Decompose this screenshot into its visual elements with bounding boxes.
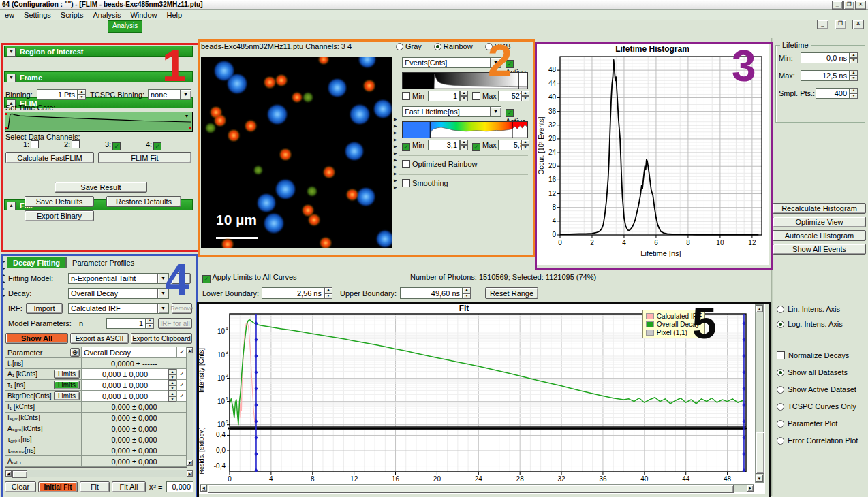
events-max-spinner[interactable]: ▲▼ [521, 91, 529, 101]
error-correlation-plot-radio[interactable]: Error Correlation Plot [777, 436, 858, 445]
minimize-button[interactable]: _ [832, 1, 843, 10]
table-hscrollbar[interactable]: ◄ ► [5, 470, 193, 477]
fitting-model-extra-button[interactable] [172, 273, 191, 284]
lin-intens-axis-radio[interactable]: Lin. Intens. Axis [777, 305, 840, 313]
tcspc-curves-only-radio[interactable]: TCSPC Curves Only [777, 402, 856, 411]
param-spinner[interactable]: ▲▼ [168, 380, 176, 390]
lifetime-max-spinner[interactable]: ▲▼ [521, 140, 529, 150]
lifetime-min-checkbox[interactable]: ✓ Min [402, 141, 424, 151]
mdi-minimize-button[interactable]: _ [817, 20, 828, 29]
show-all-datasets-radio[interactable]: Show all Datasets [777, 368, 848, 376]
channel-4-checkbox[interactable]: 4:✓ [146, 140, 187, 150]
decay-splitter[interactable]: ▶▶▶▶▶▶ [2, 258, 7, 299]
param-check-icon[interactable]: ✓ [176, 391, 187, 401]
mdi-close-button[interactable]: ✕ [852, 20, 864, 29]
export-clipboard-button[interactable]: Export to Clipboard [131, 333, 192, 344]
param-check-icon[interactable]: ✓ [176, 369, 187, 379]
limits-button[interactable]: Limits [54, 370, 80, 379]
collapse-icon[interactable]: ▼ [7, 74, 16, 82]
save-result-button[interactable]: Save Result [55, 182, 147, 193]
globe-icon[interactable]: ⊕ [70, 348, 80, 357]
normalize-decays-checkbox[interactable]: Normalize Decays [777, 351, 849, 359]
analysis-tab[interactable]: Analysis [108, 20, 142, 33]
events-min-spinner[interactable]: ▲▼ [460, 91, 468, 101]
hist-min-input[interactable]: 0,0 ns [801, 52, 850, 63]
events-lut-bar[interactable] [402, 72, 528, 89]
tcspc-binning-dropdown[interactable]: none▼ [148, 89, 191, 100]
recalculate-histogram-button[interactable]: Recalculate Histogram [773, 203, 866, 214]
log-intens-axis-radio[interactable]: Log. Intens. Axis [777, 320, 843, 328]
apply-limits-checkbox[interactable]: ✓ Apply Limits to All Curves [202, 273, 297, 283]
export-binary-button[interactable]: Export Binary [25, 210, 94, 221]
collapse-icon[interactable]: ▼ [7, 48, 16, 57]
calculate-fastflim-button[interactable]: Calculate FastFLIM [5, 152, 94, 163]
time-gate-plot[interactable]: ▾ [5, 112, 193, 132]
lower-boundary-spinner[interactable]: ▲▼ [324, 287, 332, 299]
n-input[interactable]: 1 [106, 318, 146, 329]
menu-analysis[interactable]: Analysis [88, 10, 125, 19]
smpl-pts-spinner[interactable]: ▲▼ [850, 88, 858, 99]
smpl-pts-input[interactable]: 400 [816, 88, 850, 99]
events-max-checkbox[interactable]: Max [472, 92, 497, 100]
autoscale-histogram-button[interactable]: Autoscale Histogram [773, 230, 866, 241]
limits-button[interactable]: Limits [54, 391, 80, 400]
tab-decay-fitting[interactable]: Decay Fitting [7, 257, 66, 268]
save-defaults-button[interactable]: Save Defaults [25, 196, 94, 207]
mdi-restore-button[interactable]: ❐ [835, 20, 846, 29]
image-splitter[interactable]: ▶▶▶▶▶▶▶▶▶▶▶ [394, 116, 400, 191]
lifetime-lut-bar[interactable] [402, 121, 528, 138]
channel-2-checkbox[interactable]: 2: [64, 140, 105, 148]
section-region-of-interest[interactable]: ▼Region of Interest [4, 46, 193, 57]
param-check-icon[interactable]: ✓ [176, 380, 187, 390]
optimized-rainbow-checkbox[interactable]: Optimized Rainbow [402, 160, 477, 168]
menu-scripts[interactable]: Scripts [56, 10, 89, 19]
events-min-checkbox[interactable]: Min [402, 92, 424, 100]
menu-window[interactable]: Window [125, 10, 161, 19]
close-button[interactable]: ✕ [855, 1, 866, 10]
param-value-cell[interactable]: 0,000 ± 0,000 [82, 391, 168, 401]
tab-parameter-profiles[interactable]: Parameter Profiles [66, 257, 140, 268]
fit-hscrollbar[interactable]: ◄ ► [200, 484, 754, 492]
parameter-plot-radio[interactable]: Parameter Plot [777, 419, 837, 428]
binning-input[interactable]: 1 Pts [37, 89, 78, 100]
show-active-dataset-radio[interactable]: Show Active Dataset [777, 385, 856, 394]
menu-ew[interactable]: ew [0, 10, 19, 19]
fitting-model-dropdown[interactable]: n-Exponential Tailfit▼ [68, 273, 169, 284]
upper-boundary-input[interactable]: 49,60 ns [400, 287, 463, 299]
decay-dropdown[interactable]: Overall Decay▼ [68, 288, 169, 299]
restore-defaults-button[interactable]: Restore Defaults [106, 196, 181, 207]
clear-button[interactable]: Clear [5, 481, 36, 492]
hist-min-spinner[interactable]: ▲▼ [850, 52, 858, 63]
binning-spinner[interactable]: ▲▼ [78, 89, 86, 100]
lifetime-min-input[interactable]: 3,1 [428, 140, 460, 150]
section-frame[interactable]: ▼Frame [4, 71, 193, 82]
events-min-input[interactable]: 1 [428, 91, 460, 101]
collapse-icon[interactable]: ▲ [7, 202, 16, 210]
smoothing-checkbox[interactable]: Smoothing [402, 179, 448, 187]
initial-fit-button[interactable]: Initial Fit [38, 481, 78, 492]
irf-remove-button[interactable]: Remove [172, 303, 192, 314]
lifetime-selector-dropdown[interactable]: Fast Lifetime[ns]▼ [402, 106, 501, 117]
lower-boundary-input[interactable]: 2,56 ns [262, 287, 324, 299]
fit-all-button[interactable]: Fit All [112, 481, 146, 492]
irf-import-button[interactable]: Import [26, 303, 63, 314]
param-value-cell[interactable]: 0,000 ± 0,000 [82, 380, 168, 390]
lifetime-max-checkbox[interactable]: ✓ Max [472, 141, 497, 151]
param-value-cell[interactable]: 0,000 ± 0,000 [82, 369, 168, 379]
menu-help[interactable]: Help [162, 10, 187, 19]
show-all-events-button[interactable]: Show All Events [773, 244, 866, 255]
limits-button[interactable]: Limits [54, 381, 80, 389]
flim-fit-button[interactable]: FLIM Fit [98, 152, 191, 163]
irf-dropdown[interactable]: Calculated IRF▼ [68, 303, 169, 314]
color-mode-rainbow[interactable]: Rainbow [434, 42, 473, 50]
upper-boundary-spinner[interactable]: ▲▼ [463, 287, 471, 299]
channel-1-checkbox[interactable]: 1: [23, 140, 64, 148]
fit-button[interactable]: Fit [80, 481, 110, 492]
table-vscrollbar[interactable]: ▲ ▼ [186, 347, 193, 466]
column-check-icon[interactable]: ✓ [176, 347, 187, 357]
param-spinner[interactable]: ▲▼ [168, 369, 176, 379]
fit-vscrollbar[interactable]: ▲ ▼ [755, 304, 764, 483]
channel-3-checkbox[interactable]: 3:✓ [105, 140, 146, 150]
microscopy-image[interactable]: 10 µm [201, 57, 392, 248]
reset-range-button[interactable]: Reset Range [485, 287, 538, 299]
